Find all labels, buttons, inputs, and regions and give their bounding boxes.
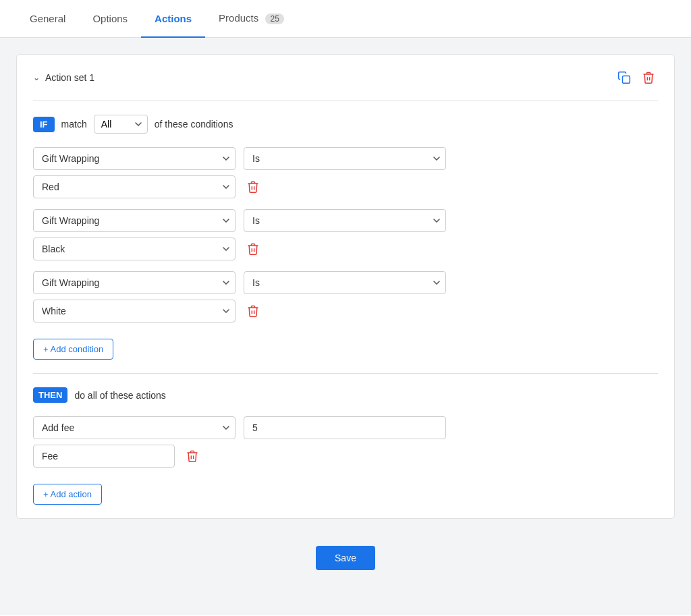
trash-icon — [246, 242, 260, 256]
match-label: match — [61, 119, 87, 130]
condition-3-field-select[interactable]: Gift Wrapping — [33, 271, 236, 294]
copy-action-set-button[interactable] — [615, 68, 634, 87]
add-condition-button[interactable]: + Add condition — [33, 339, 113, 360]
delete-condition-2-button[interactable] — [244, 240, 262, 258]
delete-action-1-button[interactable] — [183, 447, 202, 466]
condition-2-value-select[interactable]: Black — [33, 237, 236, 260]
action-1-selects: Add fee — [33, 416, 658, 439]
then-text: do all of these actions — [74, 390, 165, 401]
tab-products[interactable]: Products 25 — [205, 0, 298, 38]
action-set-header: ⌄ Action set 1 — [33, 68, 658, 87]
action-set-card: ⌄ Action set 1 — [16, 54, 675, 519]
condition-2-operator-select[interactable]: Is — [244, 209, 446, 232]
condition-1-value-select[interactable]: Red — [33, 175, 236, 198]
then-row: THEN do all of these actions — [33, 387, 658, 403]
if-row: IF match All Any of these conditions — [33, 115, 658, 134]
then-divider — [33, 373, 658, 374]
of-these-conditions-text: of these conditions — [155, 119, 233, 130]
trash-icon — [246, 180, 260, 194]
then-badge: THEN — [33, 387, 67, 403]
products-badge: 25 — [265, 13, 283, 24]
condition-3-value-select[interactable]: White — [33, 300, 236, 323]
condition-2-value-row: Black — [33, 237, 658, 260]
action-row-1: Add fee — [33, 416, 658, 468]
copy-icon — [617, 71, 631, 84]
action-set-header-icons — [615, 68, 658, 87]
conditions-group: Gift Wrapping Is Red — [33, 147, 658, 323]
tab-bar: General Options Actions Products 25 — [0, 0, 691, 38]
condition-1-field-select[interactable]: Gift Wrapping — [33, 147, 236, 170]
trash-icon — [246, 304, 260, 318]
condition-row-1: Gift Wrapping Is Red — [33, 147, 658, 198]
condition-3-operator-select[interactable]: Is — [244, 271, 446, 294]
condition-1-value-row: Red — [33, 175, 658, 198]
header-divider — [33, 101, 658, 101]
delete-action-set-button[interactable] — [639, 68, 658, 87]
main-content: ⌄ Action set 1 — [0, 38, 691, 615]
trash-icon — [186, 449, 199, 463]
tab-general[interactable]: General — [16, 1, 79, 38]
action-set-title: ⌄ Action set 1 — [33, 72, 94, 83]
action-1-value-input[interactable] — [244, 416, 446, 439]
action-1-field-select[interactable]: Add fee — [33, 416, 236, 439]
condition-1-operator-select[interactable]: Is — [244, 147, 446, 170]
condition-row-3: Gift Wrapping Is White — [33, 271, 658, 323]
save-button[interactable]: Save — [316, 546, 375, 570]
condition-row-2: Gift Wrapping Is Black — [33, 209, 658, 260]
match-select[interactable]: All Any — [94, 115, 148, 134]
trash-icon — [642, 71, 655, 84]
add-action-button[interactable]: + Add action — [33, 484, 102, 505]
condition-2-selects: Gift Wrapping Is — [33, 209, 658, 232]
delete-condition-3-button[interactable] — [244, 302, 262, 320]
collapse-chevron-icon[interactable]: ⌄ — [33, 73, 40, 82]
svg-rect-0 — [623, 76, 630, 84]
action-1-label-input[interactable] — [33, 445, 175, 468]
delete-condition-1-button[interactable] — [244, 177, 262, 196]
tab-actions[interactable]: Actions — [141, 1, 205, 38]
tab-options[interactable]: Options — [79, 1, 141, 38]
action-1-value-row — [33, 445, 658, 468]
action-set-label: Action set 1 — [45, 72, 94, 83]
condition-2-field-select[interactable]: Gift Wrapping — [33, 209, 236, 232]
condition-3-selects: Gift Wrapping Is — [33, 271, 658, 294]
condition-3-value-row: White — [33, 300, 658, 323]
if-badge: IF — [33, 117, 55, 132]
condition-1-selects: Gift Wrapping Is — [33, 147, 658, 170]
bottom-bar: Save — [16, 532, 675, 584]
